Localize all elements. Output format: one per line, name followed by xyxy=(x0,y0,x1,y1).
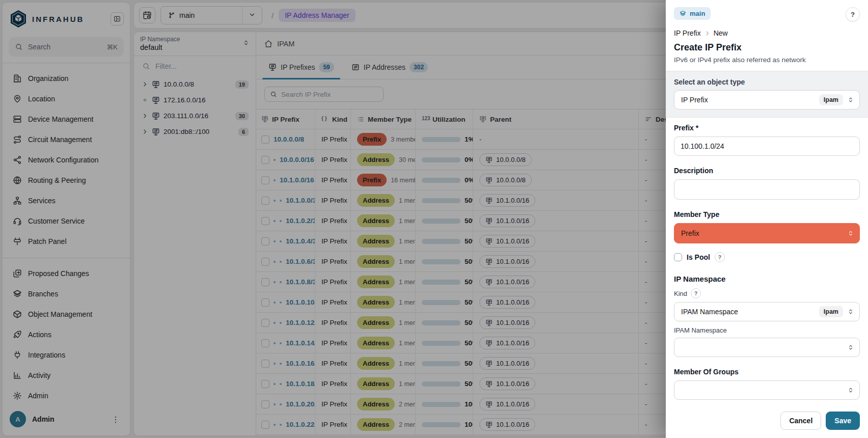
object-type-select[interactable]: IP Prefix Ipam xyxy=(674,90,860,110)
ipam-namespace-field-label: IPAM Namespace xyxy=(674,326,727,334)
kind-field-label: Kind xyxy=(674,290,687,297)
create-ip-prefix-drawer: main ? IP Prefix New Create IP Prefix IP… xyxy=(666,0,868,438)
is-pool-checkbox[interactable] xyxy=(674,253,682,261)
description-input[interactable] xyxy=(674,179,860,200)
kind-help-icon[interactable]: ? xyxy=(691,288,701,298)
help-button[interactable]: ? xyxy=(846,7,860,21)
member-type-field-label: Member Type xyxy=(674,210,860,218)
description-field-label: Description xyxy=(674,167,860,175)
object-type-section: Select an object type IP Prefix Ipam xyxy=(666,71,868,118)
updown-icon xyxy=(847,230,854,237)
updown-icon xyxy=(847,308,854,315)
ipam-namespace-select[interactable] xyxy=(674,338,860,357)
breadcrumb-parent[interactable]: IP Prefix xyxy=(674,29,701,37)
chevron-right-icon xyxy=(704,30,711,37)
member-of-groups-select[interactable] xyxy=(674,380,860,400)
is-pool-label: Is Pool xyxy=(687,253,710,261)
kind-select[interactable]: IPAM Namespace Ipam xyxy=(674,302,860,321)
object-type-label: Select an object type xyxy=(674,78,860,86)
cancel-button[interactable]: Cancel xyxy=(780,412,821,430)
create-form: Prefix * Description Member Type Prefix … xyxy=(666,118,868,404)
member-of-groups-field-label: Member Of Groups xyxy=(674,368,860,376)
updown-icon xyxy=(847,387,854,394)
updown-icon xyxy=(847,96,854,103)
save-button[interactable]: Save xyxy=(826,412,860,430)
panel-breadcrumb: IP Prefix New xyxy=(674,29,860,37)
panel-title: Create IP Prefix xyxy=(674,42,860,53)
prefix-input[interactable] xyxy=(674,136,860,156)
layers-icon xyxy=(680,10,686,17)
member-type-select[interactable]: Prefix xyxy=(674,223,860,243)
prefix-field-label: Prefix * xyxy=(674,124,860,132)
panel-branch-badge: main xyxy=(674,7,711,20)
panel-subtitle: IPv6 or IPv4 prefix also referred as net… xyxy=(674,56,860,64)
namespace-kind-badge: Ipam xyxy=(819,94,843,105)
is-pool-help-icon[interactable]: ? xyxy=(715,252,725,262)
ip-namespace-section-title: IP Namespace xyxy=(674,275,860,283)
updown-icon xyxy=(847,344,854,351)
breadcrumb-current: New xyxy=(714,29,728,37)
